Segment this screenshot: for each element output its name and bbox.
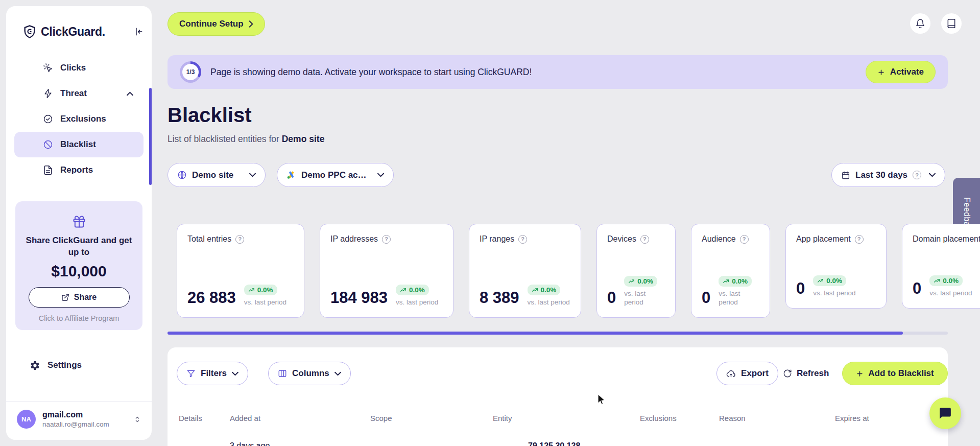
column-header-reason[interactable]: Reason (719, 414, 746, 422)
table-row[interactable]: 3 days ago 79.125.30.128 (168, 440, 948, 446)
sidebar-item-clicks[interactable]: Clicks (14, 55, 144, 81)
chat-widget-button[interactable] (929, 397, 961, 429)
stat-label: Domain placement (913, 234, 980, 244)
share-button[interactable]: Share (29, 287, 130, 308)
stats-card-row: Total entries? 26 883 0.0%vs. last perio… (177, 224, 980, 318)
export-button[interactable]: Export (716, 362, 778, 385)
trend-up-icon (723, 278, 729, 285)
stat-vs-label: vs. last period (624, 289, 665, 307)
affiliate-link[interactable]: Click to Affiliate Program (25, 314, 133, 322)
sidebar-item-blacklist[interactable]: Blacklist (14, 132, 144, 157)
stat-vs-label: vs. last period (244, 298, 286, 307)
stat-value: 0 (702, 289, 710, 307)
chevron-down-icon (232, 371, 238, 376)
setup-progress-step: 1/3 (182, 64, 199, 80)
chevron-right-icon (249, 20, 253, 28)
logo-row: ClickGuard. (22, 25, 144, 39)
sidebar-collapse-icon[interactable] (133, 27, 144, 37)
columns-icon (278, 369, 287, 378)
stat-card-domain-placement: Domain placement? 0 0.0%vs. last period (902, 224, 980, 309)
chevron-updown-icon (133, 415, 141, 424)
help-icon: ? (518, 235, 527, 244)
continue-setup-button[interactable]: Continue Setup (168, 12, 265, 36)
page-title: Blacklist (168, 104, 252, 127)
stat-card-audience: Audience? 0 0.0%vs. last period (691, 224, 770, 318)
google-ads-icon (286, 170, 296, 180)
help-icon: ? (913, 171, 921, 179)
stat-vs-label: vs. last period (528, 298, 570, 307)
sidebar-item-settings[interactable]: Settings (14, 353, 144, 378)
column-header-entity[interactable]: Entity (493, 414, 512, 422)
refresh-icon (783, 369, 792, 378)
stat-value: 26 883 (187, 289, 236, 307)
column-header-exclusions[interactable]: Exclusions (640, 414, 677, 422)
stat-value: 184 983 (330, 289, 388, 307)
chevron-down-icon (334, 371, 341, 376)
help-icon: ? (382, 235, 391, 244)
column-header-added-at[interactable]: Added at (230, 414, 260, 422)
globe-icon (177, 170, 187, 180)
docs-button[interactable] (941, 13, 962, 34)
external-link-icon (61, 293, 69, 301)
ppc-account-selector[interactable]: Demo PPC ac… (277, 163, 394, 187)
funnel-icon (186, 369, 196, 378)
brand-wordmark: ClickGuard. (41, 25, 105, 39)
avatar: NA (17, 410, 36, 429)
sidebar-scrollbar[interactable] (149, 88, 152, 185)
chevron-down-icon (377, 173, 384, 177)
activate-button[interactable]: Activate (866, 61, 936, 83)
ppc-account-value: Demo PPC ac… (301, 170, 367, 180)
stat-vs-label: vs. last period (719, 289, 759, 307)
share-button-label: Share (74, 293, 97, 302)
stat-label: Audience (702, 234, 736, 244)
sidebar-item-exclusions[interactable]: Exclusions (14, 106, 144, 132)
site-selector[interactable]: Demo site (168, 163, 266, 187)
promo-message: Share ClickGuard and get up to (25, 235, 133, 259)
chevron-down-icon (929, 173, 936, 177)
trend-up-icon (532, 287, 538, 293)
sidebar-item-label: Threat (60, 88, 87, 99)
stat-card-ip-ranges: IP ranges? 8 389 0.0%vs. last period (469, 224, 581, 318)
stat-change: 0.0% (637, 277, 653, 285)
stat-card-total-entries: Total entries? 26 883 0.0%vs. last perio… (177, 224, 304, 318)
stat-change: 0.0% (826, 277, 842, 285)
user-account-switcher[interactable]: NA gmail.com naatali.ro@gmail.com (6, 401, 152, 431)
help-icon: ? (640, 235, 649, 244)
trend-up-icon (817, 277, 824, 284)
threat-icon (43, 88, 53, 99)
column-header-expires-at[interactable]: Expires at (835, 414, 869, 422)
sidebar-item-reports[interactable]: Reports (14, 157, 144, 183)
sidebar-nav: Clicks Threat Exclusi (6, 55, 152, 183)
column-header-scope[interactable]: Scope (370, 414, 392, 422)
add-to-blacklist-label: Add to Blacklist (868, 368, 934, 379)
calendar-icon (841, 171, 850, 180)
trend-up-icon (934, 277, 940, 284)
stats-scrollbar-thumb[interactable] (168, 332, 903, 335)
stats-scrollbar-track (168, 332, 948, 335)
gift-icon (72, 215, 86, 229)
demo-data-banner: 1/3 Page is showing demo data. Activate … (168, 55, 948, 89)
stat-label: IP addresses (330, 234, 378, 244)
filters-button[interactable]: Filters (177, 362, 248, 385)
refresh-button[interactable]: Refresh (783, 362, 829, 385)
chevron-up-icon (127, 91, 133, 96)
cell-added-at: 3 days ago (230, 441, 270, 446)
trend-up-icon (248, 287, 255, 293)
promo-amount: $10,000 (25, 263, 133, 280)
trend-up-icon (628, 278, 635, 285)
plus-icon (877, 68, 885, 76)
notifications-button[interactable] (910, 13, 930, 34)
date-range-selector[interactable]: Last 30 days ? (831, 163, 945, 187)
sidebar: ClickGuard. Clicks (6, 6, 152, 440)
add-to-blacklist-button[interactable]: Add to Blacklist (842, 362, 948, 385)
plus-icon (856, 370, 864, 378)
refresh-label: Refresh (797, 368, 829, 379)
columns-button[interactable]: Columns (268, 362, 351, 385)
column-header-details[interactable]: Details (179, 414, 202, 422)
stat-label: Total entries (187, 234, 231, 244)
stat-change: 0.0% (732, 277, 748, 285)
book-icon (946, 18, 957, 29)
sidebar-item-label: Reports (60, 165, 93, 175)
sidebar-item-label: Clicks (60, 63, 86, 73)
sidebar-item-threat[interactable]: Threat (14, 81, 144, 106)
